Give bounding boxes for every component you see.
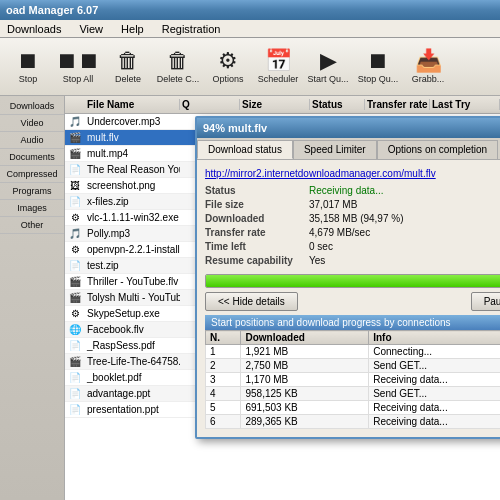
info-row-timeleft: Time left 0 sec xyxy=(205,241,500,252)
start-queue-label: Start Qu... xyxy=(307,74,348,84)
toolbar: ⏹ Stop ⏹⏹ Stop All 🗑 Delete 🗑 Delete C..… xyxy=(0,38,500,96)
label-filesize: File size xyxy=(205,199,305,210)
connections-table: N. Downloaded Info 11,921 MBConnecting..… xyxy=(205,330,500,429)
delete-c-icon: 🗑 xyxy=(167,50,189,72)
delete-button[interactable]: 🗑 Delete xyxy=(104,41,152,93)
connection-row: 31,170 MBReceiving data... xyxy=(206,373,501,387)
label-timeleft: Time left xyxy=(205,241,305,252)
connection-row: 6289,365 KBReceiving data... xyxy=(206,415,501,429)
scheduler-label: Scheduler xyxy=(258,74,299,84)
grab-button[interactable]: 📥 Grabb... xyxy=(404,41,452,93)
options-icon: ⚙ xyxy=(218,50,238,72)
tab-speed-limiter[interactable]: Speed Limiter xyxy=(293,140,377,159)
start-queue-icon: ▶ xyxy=(320,50,337,72)
label-status: Status xyxy=(205,185,305,196)
col-info: Info xyxy=(369,331,500,345)
col-downloaded: Downloaded xyxy=(241,331,369,345)
info-row-transferrate: Transfer rate 4,679 MB/sec xyxy=(205,227,500,238)
delete-c-button[interactable]: 🗑 Delete C... xyxy=(154,41,202,93)
options-label: Options xyxy=(212,74,243,84)
delete-c-label: Delete C... xyxy=(157,74,200,84)
col-q: Q xyxy=(180,99,240,110)
stop-all-icon: ⏹⏹ xyxy=(56,50,100,72)
dialog-title-bar: 94% mult.flv xyxy=(197,118,500,138)
menu-view[interactable]: View xyxy=(76,22,106,36)
col-last: Last Try xyxy=(430,99,500,110)
value-downloaded: 35,158 MB (94,97 %) xyxy=(309,213,404,224)
connections-header: Start positions and download progress by… xyxy=(205,315,500,330)
sidebar-item-programs[interactable]: Programs xyxy=(0,183,64,200)
col-n: N. xyxy=(206,331,241,345)
sidebar-item-video[interactable]: Video xyxy=(0,115,64,132)
file-list-area: File Name Q Size Status Transfer rate La… xyxy=(65,96,500,500)
label-downloaded: Downloaded xyxy=(205,213,305,224)
download-dialog: 94% mult.flv Download status Speed Limit… xyxy=(195,116,500,439)
sidebar-item-images[interactable]: Images xyxy=(0,200,64,217)
sidebar-item-documents[interactable]: Documents xyxy=(0,149,64,166)
menu-downloads[interactable]: Downloads xyxy=(4,22,64,36)
stop-queue-button[interactable]: ⏹ Stop Qu... xyxy=(354,41,402,93)
value-filesize: 37,017 MB xyxy=(309,199,357,210)
grab-label: Grabb... xyxy=(412,74,445,84)
stop-icon: ⏹ xyxy=(17,50,39,72)
dialog-tabs: Download status Speed Limiter Options on… xyxy=(197,138,500,160)
dialog-buttons: << Hide details Pause xyxy=(205,292,500,311)
menu-help[interactable]: Help xyxy=(118,22,147,36)
stop-all-button[interactable]: ⏹⏹ Stop All xyxy=(54,41,102,93)
scheduler-button[interactable]: 📅 Scheduler xyxy=(254,41,302,93)
dialog-title: 94% mult.flv xyxy=(203,122,267,134)
connection-row: 4958,125 KBSend GET... xyxy=(206,387,501,401)
connection-row: 5691,503 KBReceiving data... xyxy=(206,401,501,415)
main-area: Downloads Video Audio Documents Compress… xyxy=(0,96,500,500)
connection-row: 11,921 MBConnecting... xyxy=(206,345,501,359)
hide-details-button[interactable]: << Hide details xyxy=(205,292,298,311)
info-row-status: Status Receiving data... xyxy=(205,185,500,196)
sidebar: Downloads Video Audio Documents Compress… xyxy=(0,96,65,500)
delete-label: Delete xyxy=(115,74,141,84)
stop-label: Stop xyxy=(19,74,38,84)
tab-options-completion[interactable]: Options on completion xyxy=(377,140,499,159)
options-button[interactable]: ⚙ Options xyxy=(204,41,252,93)
value-status: Receiving data... xyxy=(309,185,384,196)
progress-bar-fill xyxy=(206,275,500,287)
menu-registration[interactable]: Registration xyxy=(159,22,224,36)
value-resume: Yes xyxy=(309,255,325,266)
label-transferrate: Transfer rate xyxy=(205,227,305,238)
info-row-resume: Resume capability Yes xyxy=(205,255,500,266)
stop-queue-label: Stop Qu... xyxy=(358,74,399,84)
col-rate: Transfer rate xyxy=(365,99,430,110)
col-size: Size xyxy=(240,99,310,110)
dialog-body: http://mirror2.internetdownloadmanager.c… xyxy=(197,160,500,437)
connection-row: 22,750 MBSend GET... xyxy=(206,359,501,373)
menu-bar: Downloads View Help Registration xyxy=(0,20,500,38)
file-list-header: File Name Q Size Status Transfer rate La… xyxy=(65,96,500,114)
label-resume: Resume capability xyxy=(205,255,305,266)
col-filename: File Name xyxy=(85,99,180,110)
info-row-filesize: File size 37,017 MB xyxy=(205,199,500,210)
sidebar-item-compressed[interactable]: Compressed xyxy=(0,166,64,183)
stop-queue-icon: ⏹ xyxy=(367,50,389,72)
grab-icon: 📥 xyxy=(415,50,442,72)
col-status: Status xyxy=(310,99,365,110)
start-queue-button[interactable]: ▶ Start Qu... xyxy=(304,41,352,93)
pause-button[interactable]: Pause xyxy=(471,292,500,311)
stop-button[interactable]: ⏹ Stop xyxy=(4,41,52,93)
sidebar-item-downloads[interactable]: Downloads xyxy=(0,98,64,115)
app-title: oad Manager 6.07 xyxy=(6,4,98,16)
progress-bar xyxy=(205,274,500,288)
title-bar: oad Manager 6.07 xyxy=(0,0,500,20)
value-transferrate: 4,679 MB/sec xyxy=(309,227,370,238)
tab-download-status[interactable]: Download status xyxy=(197,140,293,159)
scheduler-icon: 📅 xyxy=(265,50,292,72)
info-row-downloaded: Downloaded 35,158 MB (94,97 %) xyxy=(205,213,500,224)
sidebar-item-other[interactable]: Other xyxy=(0,217,64,234)
stop-all-label: Stop All xyxy=(63,74,94,84)
value-timeleft: 0 sec xyxy=(309,241,333,252)
download-url[interactable]: http://mirror2.internetdownloadmanager.c… xyxy=(205,168,500,179)
sidebar-item-audio[interactable]: Audio xyxy=(0,132,64,149)
delete-icon: 🗑 xyxy=(117,50,139,72)
